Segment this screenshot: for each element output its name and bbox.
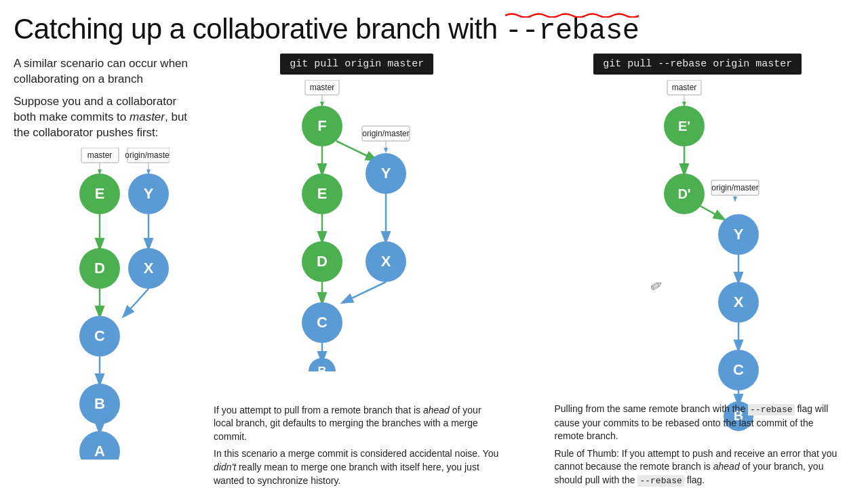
svg-text:E: E (317, 185, 328, 202)
title-code: --rebase (505, 15, 639, 47)
svg-text:F: F (318, 117, 327, 134)
diagram-area: git pull origin master (207, 54, 848, 487)
left-line2: Suppose you and a collaborator both make… (14, 94, 200, 141)
merge-note: If you attempt to pull from a remote bra… (214, 404, 500, 488)
svg-text:X: X (381, 253, 391, 270)
svg-text:origin/master: origin/master (125, 150, 170, 160)
svg-text:X: X (144, 260, 154, 277)
svg-text:D: D (94, 260, 105, 277)
left-description: A similar scenario can occur when collab… (14, 54, 207, 460)
svg-text:master: master (671, 83, 696, 92)
svg-text:origin/master: origin/master (711, 183, 758, 192)
svg-text:E': E' (678, 119, 690, 134)
svg-text:✏: ✏ (647, 275, 667, 296)
svg-line-47 (343, 282, 386, 302)
svg-line-35 (336, 141, 376, 160)
svg-line-64 (699, 205, 724, 219)
diagram-merge: git pull origin master (207, 54, 507, 487)
svg-text:C: C (733, 361, 744, 378)
initial-state-diagram: master origin/master E Y (14, 148, 170, 460)
svg-text:A: A (94, 443, 105, 460)
title-prefix: Catching up a collaborative branch with (14, 13, 505, 45)
svg-text:D: D (317, 253, 328, 270)
svg-text:C: C (94, 327, 105, 344)
cmd-merge: git pull origin master (280, 54, 433, 75)
svg-text:X: X (733, 293, 743, 310)
svg-text:Y: Y (733, 226, 743, 243)
squiggle-decoration (505, 11, 639, 18)
cmd-rebase: git pull --rebase origin master (593, 54, 802, 75)
svg-line-17 (124, 289, 149, 316)
svg-text:Y: Y (381, 165, 391, 182)
svg-text:E: E (95, 185, 105, 202)
svg-text:Y: Y (144, 185, 154, 202)
page-title: Catching up a collaborative branch with … (14, 14, 848, 47)
svg-text:origin/master: origin/master (363, 129, 410, 138)
svg-text:master: master (87, 150, 113, 160)
rebase-diagram-svg: master E' origin/master D' (623, 80, 772, 439)
merge-diagram-svg: master origin/master F (275, 80, 438, 371)
svg-text:B: B (94, 395, 105, 412)
diagram-rebase: git pull --rebase origin master (548, 54, 848, 487)
rebase-note: Pulling from the same remote branch with… (555, 403, 842, 487)
svg-text:master: master (310, 83, 335, 92)
svg-text:C: C (317, 314, 328, 331)
svg-text:D': D' (677, 186, 690, 201)
left-line1: A similar scenario can occur when collab… (14, 56, 200, 87)
svg-text:B: B (318, 365, 327, 371)
